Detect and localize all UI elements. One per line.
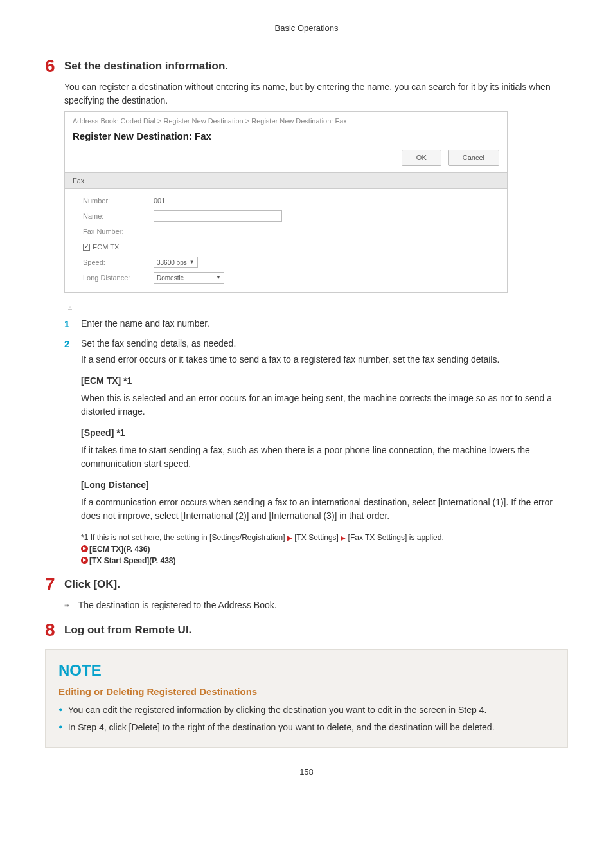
- step-8-title: Log out from Remote UI.: [64, 621, 191, 639]
- name-label: Name:: [83, 211, 154, 222]
- step-6-title: Set the destination information.: [64, 57, 228, 75]
- step-6-intro: You can register a destination without e…: [64, 80, 568, 107]
- chapter-header: Basic Operations: [45, 23, 568, 33]
- note-subheading: Editing or Deleting Registered Destinati…: [58, 686, 555, 697]
- step-8-number: 8: [45, 621, 57, 639]
- step-6: 6 Set the destination information.: [45, 57, 568, 75]
- number-value: 001: [154, 195, 165, 206]
- speed-select[interactable]: 33600 bps▼: [154, 257, 198, 268]
- long-distance-body: If a communication error occurs when sen…: [81, 496, 568, 523]
- cancel-button[interactable]: Cancel: [448, 150, 499, 166]
- note-box: NOTE Editing or Deleting Registered Dest…: [45, 649, 568, 748]
- step-7-title: Click [OK].: [64, 575, 120, 593]
- note-item-2: ● In Step 4, click [Delete] to the right…: [58, 721, 555, 734]
- name-input[interactable]: [154, 210, 282, 222]
- bullet-icon: ●: [58, 721, 63, 734]
- scroll-indicator: ▵: [64, 302, 568, 313]
- note-heading: NOTE: [58, 662, 555, 680]
- ecm-tx-heading: [ECM TX] *1: [81, 374, 568, 388]
- speed-body: If it takes time to start sending a fax,…: [81, 444, 568, 471]
- substep-1: 1 Enter the name and fax number.: [64, 317, 568, 333]
- substep-1-number: 1: [64, 317, 72, 333]
- footnote-text-mid1: [TX Settings]: [294, 533, 341, 542]
- arrow-icon: ▶: [341, 534, 346, 541]
- step-7-result: ➠ The destination is registered to the A…: [64, 599, 568, 612]
- screenshot-breadcrumb: Address Book: Coded Dial > Register New …: [65, 112, 507, 128]
- fax-section-header: Fax: [65, 173, 507, 190]
- fax-number-label: Fax Number:: [83, 226, 154, 237]
- footnote-text-pre: *1 If this is not set here, the setting …: [81, 533, 287, 542]
- link-ecm-tx[interactable]: [ECM TX](P. 436): [89, 545, 150, 554]
- substep-2: 2 Set the fax sending details, as needed…: [64, 337, 568, 566]
- step-6-number: 6: [45, 57, 57, 75]
- ok-button[interactable]: OK: [402, 150, 441, 166]
- speed-label: Speed:: [83, 257, 154, 268]
- link-icon: [81, 557, 88, 564]
- speed-heading: [Speed] *1: [81, 426, 568, 440]
- link-icon: [81, 545, 88, 552]
- bullet-icon: ●: [58, 703, 63, 717]
- ecm-checkbox[interactable]: ✓: [83, 244, 90, 251]
- long-distance-heading: [Long Distance]: [81, 478, 568, 492]
- screenshot-title: Register New Destination: Fax: [65, 128, 507, 148]
- note-item-1: ● You can edit the registered informatio…: [58, 703, 555, 717]
- ecm-label: ECM TX: [93, 242, 119, 253]
- screenshot-register-fax: Address Book: Coded Dial > Register New …: [64, 111, 508, 293]
- fax-number-input[interactable]: [154, 226, 423, 237]
- step-7: 7 Click [OK].: [45, 575, 568, 593]
- substep-2-number: 2: [64, 337, 72, 566]
- page-number: 158: [45, 767, 568, 777]
- footnote-text-mid2: [Fax TX Settings] is applied.: [348, 533, 444, 542]
- long-distance-select[interactable]: Domestic▼: [154, 272, 224, 284]
- chevron-down-icon: ▼: [216, 274, 221, 282]
- substep-1-text: Enter the name and fax number.: [81, 317, 568, 330]
- footnote: *1 If this is not set here, the setting …: [81, 532, 568, 566]
- step-8: 8 Log out from Remote UI.: [45, 621, 568, 639]
- result-arrow-icon: ➠: [64, 601, 76, 610]
- substep-2-line1: Set the fax sending details, as needed.: [81, 337, 568, 350]
- link-tx-start-speed[interactable]: [TX Start Speed](P. 438): [89, 556, 175, 565]
- long-distance-label: Long Distance:: [83, 273, 154, 284]
- ecm-tx-body: When this is selected and an error occur…: [81, 392, 568, 419]
- step-7-number: 7: [45, 575, 57, 593]
- arrow-icon: ▶: [287, 534, 292, 541]
- substep-2-line2: If a send error occurs or it takes time …: [81, 353, 568, 366]
- number-label: Number:: [83, 195, 154, 206]
- chevron-down-icon: ▼: [190, 258, 195, 266]
